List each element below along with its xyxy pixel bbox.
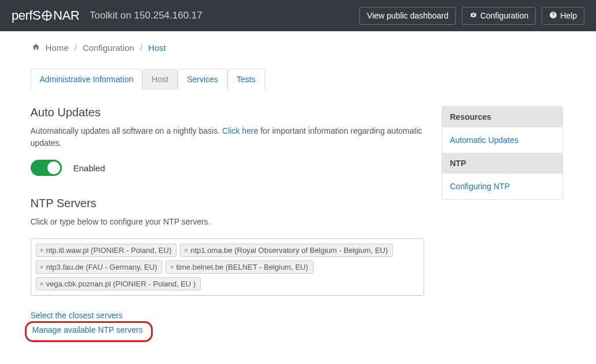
tab-admin-label: Administrative Information: [31, 69, 143, 90]
main-column: Auto Updates Automatically updates all s…: [31, 106, 424, 342]
auto-updates-toggle-row: Enabled: [31, 160, 424, 176]
brand-logo[interactable]: perfS NAR: [12, 8, 79, 23]
view-dashboard-label: View public dashboard: [367, 11, 448, 20]
remove-tag-icon[interactable]: ×: [40, 280, 44, 288]
remove-tag-icon[interactable]: ×: [184, 247, 188, 255]
breadcrumb-host: Host: [148, 43, 166, 53]
help-button[interactable]: Help: [542, 7, 584, 25]
sidebar-column: Resources Automatic Updates NTP Configur…: [442, 106, 563, 342]
config-tabs: Administrative Information Host Services…: [31, 69, 265, 90]
configuration-label: Configuration: [480, 11, 528, 20]
navbar-title: Toolkit on 150.254.160.17: [90, 10, 203, 21]
auto-updates-toggle[interactable]: [31, 160, 62, 176]
resources-panel: Resources Automatic Updates NTP Configur…: [442, 106, 563, 200]
brand-prefix: perfS: [12, 8, 41, 23]
ntp-sidebar-body: Configuring NTP: [442, 174, 562, 199]
top-navbar: perfS NAR Toolkit on 150.254.160.17 View…: [0, 0, 596, 31]
breadcrumb-home[interactable]: Home: [46, 43, 69, 53]
auto-updates-info-link[interactable]: Click here: [222, 126, 258, 135]
tab-services[interactable]: Services: [178, 69, 227, 90]
highlight-annotation: Manage available NTP servers: [25, 321, 153, 342]
ntp-server-label: ntp1.oma.be (Royal Observatory of Belgiu…: [190, 246, 388, 255]
question-icon: [549, 11, 557, 21]
ntp-servers-input[interactable]: × ntp.itl.waw.pl (PIONIER - Poland, EU) …: [31, 238, 424, 296]
ntp-desc: Click or type below to configure your NT…: [31, 216, 424, 228]
help-label: Help: [560, 11, 577, 20]
tab-services-label: Services: [178, 69, 227, 90]
tab-host-label: Host: [142, 69, 178, 90]
page-container: Home / Configuration / Host Administrati…: [13, 31, 583, 354]
content-row: Auto Updates Automatically updates all s…: [31, 106, 566, 342]
auto-updates-toggle-label: Enabled: [73, 163, 105, 173]
toggle-knob: [47, 161, 60, 174]
ntp-server-tag: × ntp.itl.waw.pl (PIONIER - Poland, EU): [36, 244, 177, 257]
home-icon: [32, 43, 40, 53]
auto-updates-heading: Auto Updates: [31, 106, 424, 119]
automatic-updates-link[interactable]: Automatic Updates: [450, 135, 518, 145]
gear-icon: [469, 11, 477, 21]
select-closest-servers-link[interactable]: Select the closest servers: [31, 311, 424, 320]
crosshair-icon: [41, 10, 53, 21]
remove-tag-icon[interactable]: ×: [40, 263, 44, 271]
ntp-server-label: vega.cbk.poznan.pl (PIONIER - Poland, EU…: [46, 280, 196, 288]
remove-tag-icon[interactable]: ×: [170, 263, 174, 271]
tab-host[interactable]: Host: [142, 69, 178, 90]
breadcrumb-sep: /: [140, 43, 142, 53]
ntp-server-label: ntp3.fau.de (FAU - Germany, EU): [46, 263, 157, 271]
resources-body: Automatic Updates: [442, 127, 562, 153]
auto-updates-desc-prefix: Automatically updates all software on a …: [31, 126, 223, 135]
ntp-server-tag: × ntp3.fau.de (FAU - Germany, EU): [36, 260, 163, 274]
breadcrumb-config[interactable]: Configuration: [83, 43, 134, 53]
view-dashboard-button[interactable]: View public dashboard: [359, 7, 456, 25]
ntp-server-tag: × time.belnet.be (BELNET - Belgium, EU): [165, 260, 313, 274]
manage-ntp-servers-link[interactable]: Manage available NTP servers: [32, 325, 143, 334]
tab-tests-label: Tests: [227, 69, 265, 90]
navbar-left: perfS NAR Toolkit on 150.254.160.17: [12, 8, 203, 23]
navbar-right: View public dashboard Configuration Help: [359, 7, 584, 25]
resources-heading: Resources: [442, 106, 562, 127]
breadcrumb: Home / Configuration / Host: [32, 43, 566, 53]
breadcrumb-sep: /: [75, 43, 77, 53]
tab-admin-info[interactable]: Administrative Information: [31, 69, 143, 90]
ntp-sidebar-heading: NTP: [442, 153, 562, 174]
ntp-server-tag: × ntp1.oma.be (Royal Observatory of Belg…: [180, 244, 393, 257]
auto-updates-desc: Automatically updates all software on a …: [31, 125, 424, 149]
ntp-server-tag: × vega.cbk.poznan.pl (PIONIER - Poland, …: [36, 277, 201, 291]
configuring-ntp-link[interactable]: Configuring NTP: [450, 182, 510, 191]
ntp-server-label: ntp.itl.waw.pl (PIONIER - Poland, EU): [46, 246, 172, 255]
configuration-button[interactable]: Configuration: [462, 7, 536, 25]
ntp-heading: NTP Servers: [31, 197, 424, 210]
remove-tag-icon[interactable]: ×: [40, 247, 44, 255]
ntp-server-label: time.belnet.be (BELNET - Belgium, EU): [176, 263, 308, 271]
brand-suffix: NAR: [53, 8, 79, 23]
tab-tests[interactable]: Tests: [227, 69, 265, 90]
